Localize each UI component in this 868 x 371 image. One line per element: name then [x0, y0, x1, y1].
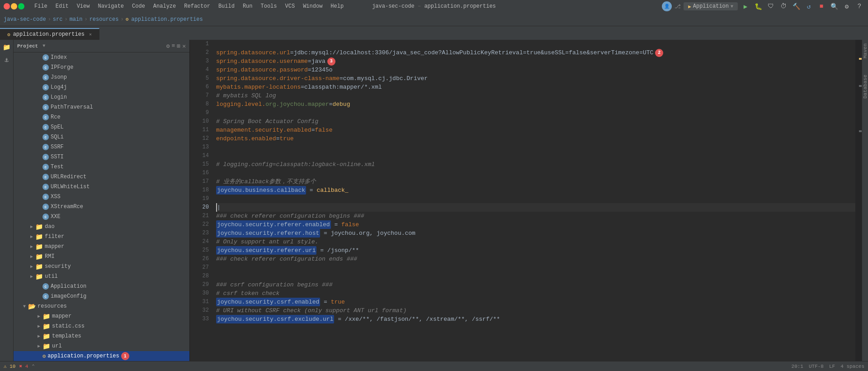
menu-navigate[interactable]: Navigate — [94, 2, 127, 10]
class-icon-application: C — [42, 283, 49, 290]
tree-item-rmi[interactable]: ▶ 📁 RMI — [14, 252, 189, 262]
panel-dropdown-icon[interactable]: ▼ — [42, 43, 45, 48]
menu-tools[interactable]: Tools — [257, 2, 281, 10]
code-line-11: management.security.enabled=false — [216, 126, 855, 134]
tree-item-spel[interactable]: C SpEL — [14, 122, 189, 132]
menu-analyze[interactable]: Analyze — [150, 2, 179, 10]
menu-view[interactable]: View — [73, 2, 94, 10]
breadcrumb-file[interactable]: application.properties — [131, 16, 203, 23]
title-bar-title: java-sec-code – application.properties — [372, 3, 496, 10]
panel-tool-settings[interactable]: ⊞ — [177, 43, 180, 50]
panel-header: Project ▼ ⚙ ≡ ⊞ ✕ — [14, 40, 189, 52]
status-line-sep[interactable]: LF — [829, 364, 835, 369]
class-icon-xss: C — [42, 194, 49, 200]
tree-item-res-mapper[interactable]: ▶ 📁 mapper — [14, 311, 189, 321]
line-num-24: 24 — [190, 238, 209, 246]
class-icon-urlredirect: C — [42, 174, 49, 180]
status-errors[interactable]: ✖ 4 — [19, 363, 28, 369]
code-editor[interactable]: spring.datasource.url=jdbc:mysql://local… — [212, 40, 855, 361]
menu-build[interactable]: Build — [215, 2, 238, 10]
status-expand[interactable]: ⌃ — [32, 363, 35, 369]
minimize-button[interactable] — [11, 3, 17, 10]
close-button[interactable] — [4, 3, 10, 10]
menu-refactor[interactable]: Refactor — [180, 2, 214, 10]
settings-button[interactable]: ⚙ — [842, 1, 852, 11]
breadcrumb-sep-1: › — [48, 16, 51, 23]
code-line-17: # 业务的callback参数，不支持多个 — [216, 177, 855, 186]
code-line-13 — [216, 143, 855, 152]
update-button[interactable]: ↺ — [804, 1, 814, 11]
line-num-22: 22 — [190, 220, 209, 229]
tree-item-urlwhitelist[interactable]: C URLWhiteList — [14, 182, 189, 192]
tree-arrow-url: ▶ — [35, 343, 42, 349]
profile-button[interactable]: ⏱ — [778, 1, 788, 11]
run-config-dropdown-icon: ▼ — [731, 4, 733, 9]
breadcrumb-resources[interactable]: resources — [90, 16, 119, 23]
tree-item-xxe[interactable]: C XXE — [14, 212, 189, 222]
menu-vcs[interactable]: VCS — [282, 2, 299, 10]
coverage-button[interactable]: 🛡 — [766, 1, 776, 11]
menu-code[interactable]: Code — [128, 2, 149, 10]
menu-window[interactable]: Window — [299, 2, 326, 10]
status-warnings[interactable]: ⚠ 10 — [4, 363, 15, 369]
breadcrumb-src[interactable]: src — [53, 16, 63, 23]
tree-arrow-static: ▶ — [35, 323, 42, 329]
tree-item-mapper[interactable]: ▶ 📁 mapper — [14, 242, 189, 252]
tree-item-xss[interactable]: C XSS — [14, 192, 189, 202]
menu-file[interactable]: File — [31, 2, 51, 10]
tree-item-static-css[interactable]: ▶ 📁 static.css — [14, 321, 189, 331]
tree-item-templates[interactable]: ▶ 📁 templates — [14, 331, 189, 341]
run-config-selector[interactable]: ▶ Application ▼ — [684, 2, 738, 10]
tree-item-dao[interactable]: ▶ 📁 dao — [14, 222, 189, 232]
tree-item-resources[interactable]: ▼ 📂 resources — [14, 301, 189, 311]
tree-item-util[interactable]: ▶ 📁 util — [14, 271, 189, 281]
line-num-12: 12 — [190, 134, 209, 143]
tree-item-sqli[interactable]: C SQLi — [14, 132, 189, 142]
tree-item-index[interactable]: C Index — [14, 52, 189, 62]
menu-run[interactable]: Run — [239, 2, 256, 10]
tree-item-xstreamrce[interactable]: C XStreamRce — [14, 202, 189, 212]
tree-item-url[interactable]: ▶ 📁 url — [14, 341, 189, 351]
tree-item-test[interactable]: C Test — [14, 162, 189, 172]
run-button[interactable]: ▶ — [741, 1, 750, 11]
panel-tool-gear[interactable]: ⚙ — [166, 43, 170, 50]
user-avatar[interactable]: 👤 — [662, 1, 672, 11]
tree-item-ssrf[interactable]: C SSRF — [14, 142, 189, 152]
menu-edit[interactable]: Edit — [52, 2, 72, 10]
tab-application-properties[interactable]: ⚙ application.properties ✕ — [0, 28, 99, 40]
maven-label[interactable]: Maven — [863, 40, 868, 62]
debug-button[interactable]: 🐛 — [753, 1, 763, 11]
tree-item-filter[interactable]: ▶ 📁 filter — [14, 232, 189, 242]
stop-button[interactable]: ■ — [816, 1, 826, 11]
search-toolbar-button[interactable]: 🔍 — [829, 1, 839, 11]
status-encoding[interactable]: UTF-8 — [809, 364, 824, 369]
tree-item-urlredirect[interactable]: C URLRedirect — [14, 172, 189, 182]
panel-tool-collapse[interactable]: ≡ — [172, 43, 175, 49]
tree-item-login[interactable]: C Login — [14, 92, 189, 102]
tree-item-jsonp[interactable]: C Jsonp — [14, 72, 189, 82]
sidebar-icon-project[interactable]: 📁 — [1, 42, 12, 52]
tree-item-rce[interactable]: C Rce — [14, 112, 189, 122]
tree-item-security[interactable]: ▶ 📁 security — [14, 262, 189, 271]
tree-item-pathtraversal[interactable]: C PathTraversal — [14, 102, 189, 112]
tree-item-imageconfig[interactable]: C imageConfig — [14, 291, 189, 301]
breadcrumb-project[interactable]: java-sec-code — [4, 16, 46, 23]
sidebar-icon-structure[interactable]: ⚓ — [1, 54, 12, 65]
panel-tool-close[interactable]: ✕ — [182, 43, 186, 50]
class-icon-xstreamrce: C — [42, 204, 49, 210]
tree-item-ipforge[interactable]: C IPForge — [14, 62, 189, 72]
tree-item-ssti[interactable]: C SSTI — [14, 152, 189, 162]
tree-item-application-properties[interactable]: ⚙ application.properties 1 — [14, 351, 189, 361]
maximize-button[interactable] — [18, 3, 24, 10]
help-button[interactable]: ? — [854, 1, 864, 11]
tree-item-application[interactable]: C Application — [14, 281, 189, 291]
tree-item-log4j[interactable]: C Log4j — [14, 82, 189, 92]
line-num-14: 14 — [190, 152, 209, 160]
menu-help[interactable]: Help — [327, 2, 347, 10]
build-button[interactable]: 🔨 — [791, 1, 801, 11]
database-label[interactable]: Database — [863, 71, 868, 102]
breadcrumb-main[interactable]: main — [70, 16, 83, 23]
tab-close-button[interactable]: ✕ — [89, 32, 92, 37]
vcs-icon[interactable]: ⎇ — [675, 3, 681, 10]
status-indent[interactable]: 4 spaces — [840, 364, 864, 369]
